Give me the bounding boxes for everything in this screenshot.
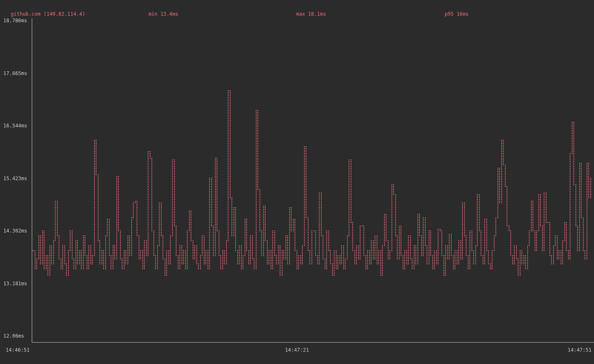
y-tick-label: 18.786ms [3,18,27,23]
y-tick-label: 14.302ms [3,228,27,234]
x-axis-line [32,342,594,343]
y-tick-label: 15.423ms [3,176,27,181]
latency-chart-canvas [0,0,594,364]
y-tick-label: 16.544ms [3,123,27,129]
x-tick-label-start: 14:46:51 [6,348,30,353]
y-tick-label: 17.665ms [3,71,27,76]
target-host-label: github.com (140.82.114.4) [11,11,85,17]
x-tick-label-middle: 14:47:21 [285,348,309,353]
x-tick-label-end: 14:47:51 [568,348,592,353]
stat-p95-label: p95 16ms [445,11,469,17]
stat-min-label: min 13.4ms [148,11,178,17]
y-tick-label: 13.181ms [3,281,27,287]
stat-max-label: max 18.1ms [296,11,326,17]
y-tick-label: 12.06ms [3,333,24,339]
y-axis-line [32,18,32,343]
